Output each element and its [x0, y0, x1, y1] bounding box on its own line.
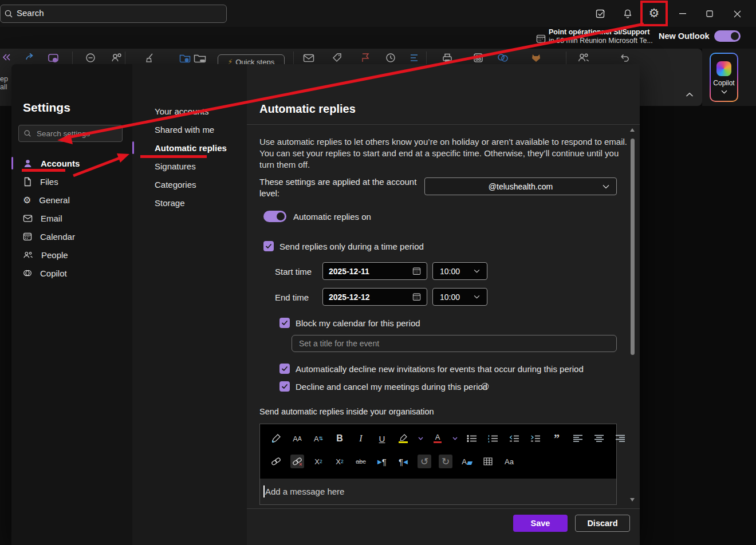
people-icon[interactable] — [577, 52, 590, 64]
ltr-paragraph-icon[interactable]: ▶¶ — [375, 455, 389, 468]
strikethrough-icon[interactable]: abc — [354, 455, 368, 468]
align-left-icon[interactable] — [571, 432, 585, 445]
indent-icon[interactable] — [529, 432, 542, 445]
feedback-note-icon[interactable] — [591, 4, 611, 23]
link-icon[interactable] — [269, 455, 283, 468]
subnav-item-label: Signatures — [155, 161, 196, 171]
decline-invitations-checkbox[interactable] — [279, 364, 290, 374]
mail-icon[interactable] — [302, 52, 315, 64]
pets-icon[interactable] — [530, 52, 542, 64]
date-picker-icon[interactable] — [412, 293, 421, 301]
minimize-icon[interactable] — [674, 6, 691, 21]
automatic-replies-toggle[interactable] — [263, 211, 286, 222]
flag-icon[interactable] — [360, 52, 371, 64]
italic-icon[interactable]: I — [354, 432, 368, 445]
save-button[interactable]: Save — [513, 515, 568, 532]
move-icon[interactable] — [47, 52, 60, 64]
apps-icon[interactable] — [472, 52, 484, 64]
block-calendar-checkbox[interactable] — [279, 318, 290, 328]
format-painter-icon[interactable] — [269, 432, 283, 445]
settings-gear-icon[interactable]: ⚙ — [644, 3, 664, 23]
snooze-icon[interactable] — [385, 52, 396, 64]
end-date-field[interactable]: 2025-12-12 — [322, 288, 427, 306]
cancel-meetings-checkbox[interactable] — [279, 381, 290, 392]
undo-icon[interactable]: ↺ — [418, 455, 431, 468]
close-icon[interactable] — [729, 6, 746, 21]
subnav-item-automatic-replies[interactable]: Automatic replies — [132, 139, 247, 157]
font-color-icon[interactable]: A — [431, 432, 444, 445]
search-input[interactable] — [15, 7, 207, 18]
search-icon — [4, 9, 13, 18]
subnav-item-storage[interactable]: Storage — [132, 193, 247, 212]
sweep-icon[interactable] — [144, 52, 157, 64]
lists-icon[interactable] — [408, 52, 420, 64]
print-icon[interactable] — [441, 52, 454, 64]
assign-people-icon[interactable] — [111, 52, 123, 64]
unlink-icon[interactable] — [290, 455, 304, 468]
start-date-value: 2025-12-11 — [329, 267, 369, 276]
reply-message-editor[interactable]: AA A⇅ B I U A ” X2 — [259, 424, 617, 505]
change-case-icon[interactable]: Aa — [502, 455, 516, 468]
tag-icon[interactable] — [332, 52, 343, 64]
meeting-reminder-title[interactable]: Point opérationnel SI/Support — [549, 28, 649, 36]
scroll-down-arrow[interactable] — [630, 498, 635, 501]
subnav-item-signatures[interactable]: Signatures — [132, 157, 247, 175]
event-title-input[interactable] — [292, 335, 617, 352]
numbered-list-icon[interactable] — [486, 432, 500, 445]
highlight-chevron-icon[interactable] — [418, 432, 423, 445]
outdent-icon[interactable] — [507, 432, 521, 445]
table-icon[interactable] — [481, 455, 495, 468]
highlight-icon[interactable] — [396, 432, 410, 445]
sidebar-item-calendar[interactable]: Calendar — [11, 227, 132, 246]
sidebar-item-accounts[interactable]: Accounts — [11, 154, 132, 172]
sidebar-item-copilot[interactable]: Copilot — [11, 264, 132, 282]
forward-icon[interactable] — [24, 52, 36, 64]
bullet-list-icon[interactable] — [465, 432, 479, 445]
font-color-chevron-icon[interactable] — [452, 432, 458, 445]
subscript-icon[interactable]: X2 — [333, 455, 346, 468]
sidebar-item-files[interactable]: Files — [11, 172, 132, 191]
undo-icon[interactable] — [619, 52, 630, 64]
move-to-folder-icon[interactable] — [179, 52, 191, 64]
sidebar-item-people[interactable]: People — [11, 246, 132, 264]
global-search-box[interactable] — [0, 5, 227, 23]
mark-read-icon[interactable] — [85, 52, 96, 64]
date-picker-icon[interactable] — [412, 267, 421, 275]
notifications-bell-icon[interactable] — [618, 4, 637, 23]
settings-search-box[interactable] — [18, 125, 123, 142]
bold-icon[interactable]: B — [333, 432, 346, 445]
rtl-paragraph-icon[interactable]: ¶◀ — [396, 455, 410, 468]
sync-icon[interactable] — [496, 52, 510, 64]
reply-all-icon[interactable] — [1, 52, 13, 64]
settings-search-input[interactable] — [36, 129, 112, 139]
quote-icon[interactable]: ” — [550, 432, 564, 445]
scrollbar-thumb[interactable] — [631, 139, 635, 355]
copilot-button[interactable]: Copilot — [710, 53, 738, 102]
sidebar-item-general[interactable]: ⚙ General — [11, 191, 132, 209]
subnav-item-shared-with-me[interactable]: Shared with me — [132, 120, 247, 139]
clear-formatting-icon[interactable]: A — [460, 455, 474, 468]
discard-button[interactable]: Discard — [575, 515, 630, 532]
start-date-field[interactable]: 2025-12-11 — [322, 262, 427, 280]
start-time-dropdown[interactable]: 10:00 — [432, 262, 487, 280]
subnav-item-categories[interactable]: Categories — [132, 175, 247, 193]
new-outlook-toggle[interactable] — [714, 30, 741, 42]
font-size-icon[interactable]: A⇅ — [312, 432, 325, 445]
account-dropdown[interactable]: @telushealth.com — [424, 177, 617, 195]
align-right-icon[interactable] — [613, 432, 627, 445]
end-time-dropdown[interactable]: 10:00 — [432, 288, 487, 306]
redo-icon[interactable]: ↻ — [439, 455, 452, 468]
message-body-area[interactable]: Add a message here — [260, 479, 616, 504]
info-icon[interactable] — [481, 382, 489, 390]
sidebar-item-email[interactable]: Email — [11, 209, 132, 227]
folder-icon[interactable] — [193, 52, 207, 64]
maximize-icon[interactable] — [701, 6, 718, 21]
font-name-icon[interactable]: AA — [290, 432, 304, 445]
collapse-ribbon-chevron[interactable] — [686, 92, 694, 97]
scroll-up-arrow[interactable] — [630, 128, 635, 132]
align-center-icon[interactable] — [592, 432, 606, 445]
superscript-icon[interactable]: X2 — [312, 455, 325, 468]
subnav-item-your-accounts[interactable]: Your accounts — [132, 102, 247, 120]
time-period-checkbox[interactable] — [263, 241, 274, 251]
underline-icon[interactable]: U — [375, 432, 389, 445]
